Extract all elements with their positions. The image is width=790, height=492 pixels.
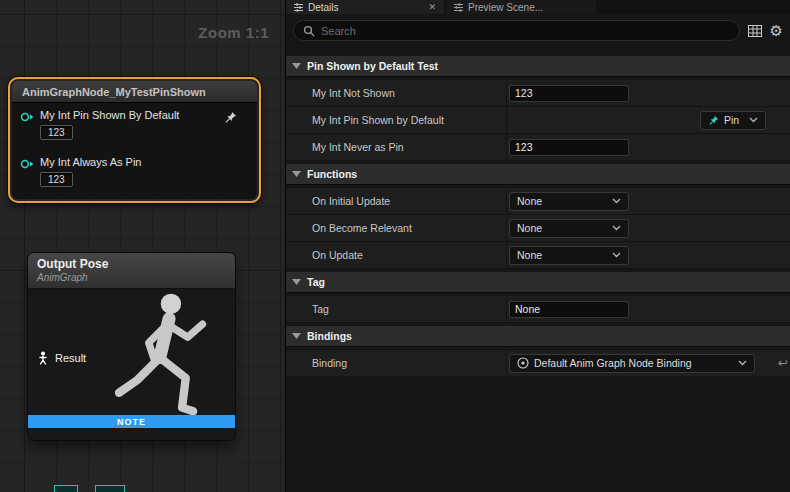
on-become-relevant-dropdown[interactable]: None — [509, 219, 629, 238]
dropdown-value: None — [517, 195, 607, 207]
on-update-dropdown[interactable]: None — [509, 246, 629, 265]
result-pin-label: Result — [55, 352, 86, 364]
result-pin[interactable]: Result — [37, 351, 86, 365]
property-label: On Initial Update — [286, 188, 506, 214]
binding-dropdown[interactable]: Default Anim Graph Node Binding — [509, 354, 755, 373]
chevron-down-icon — [612, 252, 621, 258]
anim-graph-canvas[interactable]: Zoom 1:1 AnimGraphNode_MyTestPinShown My… — [0, 0, 285, 492]
chevron-down-icon[interactable] — [292, 279, 301, 285]
category-pin-shown-by-default-test[interactable]: Pin Shown by Default Test — [286, 56, 790, 77]
partial-node-fragment[interactable] — [95, 485, 125, 492]
pin-visibility-dropdown[interactable]: Pin — [700, 111, 766, 130]
pin-icon — [708, 115, 719, 126]
my-int-not-shown-field[interactable] — [509, 85, 629, 102]
property-row-my-int-not-shown: My Int Not Shown — [286, 80, 790, 107]
int-pin-icon[interactable] — [20, 158, 34, 170]
property-row-binding: Binding Default Anim Graph Node Binding … — [286, 350, 790, 377]
chevron-down-icon[interactable] — [292, 63, 301, 69]
property-row-my-int-never-as-pin: My Int Never as Pin — [286, 134, 790, 161]
dropdown-value: None — [517, 222, 607, 234]
empty-area — [286, 377, 790, 492]
settings-gear-icon[interactable]: ⚙ — [770, 23, 783, 38]
int-pin-icon[interactable] — [20, 111, 34, 123]
details-tab-icon — [294, 3, 303, 12]
dropdown-value: Default Anim Graph Node Binding — [534, 357, 733, 369]
unreal-editor-window: Zoom 1:1 AnimGraphNode_MyTestPinShown My… — [0, 0, 790, 492]
node-body: Result NOTE — [28, 289, 235, 428]
on-initial-update-dropdown[interactable]: None — [509, 192, 629, 211]
pin-row: My Int Pin Shown By Default 123 — [20, 109, 249, 140]
category-title: Tag — [307, 276, 325, 288]
category-title: Functions — [307, 168, 357, 180]
property-grid: Pin Shown by Default Test My Int Not Sho… — [286, 47, 790, 492]
note-bar[interactable]: NOTE — [28, 415, 235, 428]
property-label: My Int Not Shown — [286, 80, 506, 106]
character-preview-figure — [105, 289, 235, 432]
details-panel: Details ✕ Preview Scene... ⚙ — [285, 0, 790, 492]
pin-thumbtack-icon[interactable] — [224, 111, 237, 124]
preview-scene-tab-icon — [454, 3, 463, 12]
pin-label: My Int Always As Pin — [40, 156, 141, 168]
reset-to-default-icon[interactable]: ↩ — [778, 357, 788, 369]
search-icon — [303, 25, 315, 37]
node-body: My Int Pin Shown By Default 123 My Int A… — [12, 103, 257, 199]
node-title: Output Pose — [37, 257, 226, 271]
dropdown-value: None — [517, 249, 607, 261]
property-label: My Int Pin Shown by Default — [286, 107, 506, 133]
category-title: Bindings — [307, 330, 352, 342]
category-bindings[interactable]: Bindings — [286, 326, 790, 347]
pin-default-value[interactable]: 123 — [40, 172, 73, 187]
node-title: AnimGraphNode_MyTestPinShown — [22, 86, 247, 98]
anim-graph-node-selected[interactable]: AnimGraphNode_MyTestPinShown My Int Pin … — [8, 77, 261, 203]
search-box[interactable] — [293, 20, 740, 41]
property-row-tag: Tag — [286, 296, 790, 323]
property-row-on-initial-update: On Initial Update None — [286, 188, 790, 215]
category-functions[interactable]: Functions — [286, 164, 790, 185]
node-header[interactable]: AnimGraphNode_MyTestPinShown — [12, 81, 257, 103]
chevron-down-icon[interactable] — [292, 333, 301, 339]
chevron-down-icon — [749, 117, 758, 123]
pose-pin-icon — [37, 351, 49, 365]
property-label: Tag — [286, 296, 506, 322]
tag-field[interactable] — [509, 301, 629, 318]
output-pose-node[interactable]: Output Pose AnimGraph — [27, 252, 236, 441]
close-icon[interactable]: ✕ — [428, 2, 436, 12]
note-label: NOTE — [117, 417, 146, 427]
property-label: Binding — [286, 350, 506, 376]
pin-row: My Int Always As Pin 123 — [20, 156, 249, 187]
property-row-on-become-relevant: On Become Relevant None — [286, 215, 790, 242]
zoom-indicator: Zoom 1:1 — [198, 24, 269, 41]
property-row-my-int-pin-shown-by-default: My Int Pin Shown by Default Pin — [286, 107, 790, 134]
pin-label: My Int Pin Shown By Default — [40, 109, 179, 121]
tab-preview-scene[interactable]: Preview Scene... — [446, 0, 596, 14]
category-title: Pin Shown by Default Test — [307, 60, 438, 72]
tab-label: Details — [308, 2, 339, 13]
tab-bar: Details ✕ Preview Scene... — [286, 0, 790, 14]
property-label: On Become Relevant — [286, 215, 506, 241]
pin-default-value[interactable]: 123 — [40, 125, 73, 140]
chevron-down-icon — [612, 225, 621, 231]
partial-node-fragment[interactable] — [54, 485, 78, 492]
chevron-down-icon — [612, 198, 621, 204]
details-toolbar: ⚙ — [286, 14, 790, 47]
my-int-never-as-pin-field[interactable] — [509, 139, 629, 156]
property-matrix-icon[interactable] — [748, 25, 762, 37]
property-label: On Update — [286, 242, 506, 268]
node-header[interactable]: Output Pose AnimGraph — [28, 253, 235, 289]
chevron-down-icon — [738, 360, 747, 366]
property-row-on-update: On Update None — [286, 242, 790, 269]
tab-details[interactable]: Details ✕ — [286, 0, 444, 14]
node-subtitle: AnimGraph — [37, 272, 226, 283]
dropdown-value: Pin — [724, 114, 739, 126]
property-label: My Int Never as Pin — [286, 134, 506, 160]
tab-label: Preview Scene... — [468, 2, 543, 13]
category-tag[interactable]: Tag — [286, 272, 790, 293]
chevron-down-icon[interactable] — [292, 171, 301, 177]
search-input[interactable] — [321, 25, 730, 37]
binding-icon — [517, 357, 529, 369]
